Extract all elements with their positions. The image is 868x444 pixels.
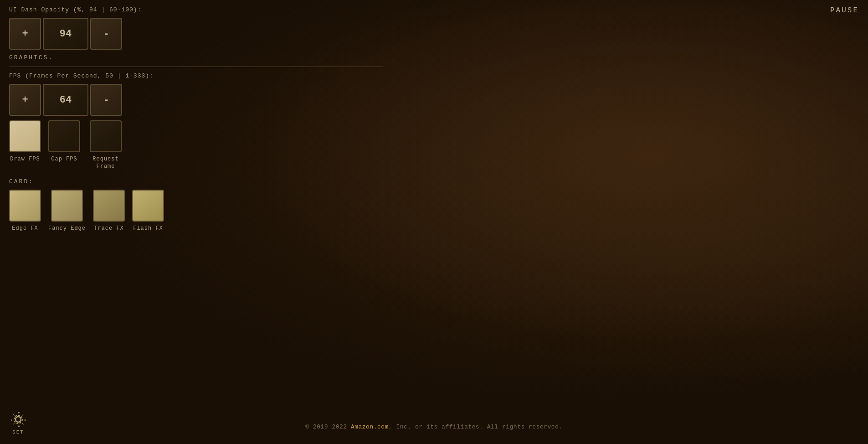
trace-fx-label: Trace FX xyxy=(94,225,124,232)
fps-checkboxes: Draw FPS Cap FPS Request Frame xyxy=(9,120,859,170)
card-options: Edge FX Fancy Edge Trace FX Flash FX xyxy=(9,190,859,232)
settings-label: SET xyxy=(12,429,24,435)
gear-icon xyxy=(9,410,27,429)
flash-fx-card[interactable] xyxy=(132,190,164,222)
trace-fx-card-item[interactable]: Trace FX xyxy=(93,190,125,232)
fps-value: 64 xyxy=(43,84,88,116)
footer: © 2019-2022 Amazon.com, Inc. or its affi… xyxy=(305,423,563,430)
svg-point-0 xyxy=(15,417,21,422)
footer-copyright: © 2019-2022 xyxy=(305,423,351,430)
card-section-title: CARD: xyxy=(9,178,859,185)
edge-fx-card[interactable] xyxy=(9,190,41,222)
cap-fps-checkbox[interactable] xyxy=(48,120,80,152)
request-frame-checkbox[interactable] xyxy=(90,120,122,152)
draw-fps-label: Draw FPS xyxy=(10,156,40,163)
cap-fps-label: Cap FPS xyxy=(51,156,77,163)
footer-suffix: , Inc. or its affiliates. All rights res… xyxy=(389,423,563,430)
edge-fx-card-item[interactable]: Edge FX xyxy=(9,190,41,232)
fancy-edge-card-item[interactable]: Fancy Edge xyxy=(48,190,86,232)
ui-dash-label: UI Dash Opacity (%, 94 | 60-100): xyxy=(9,6,859,13)
ui-dash-value: 94 xyxy=(43,18,88,50)
fps-label: FPS (Frames Per Second, 50 | 1-333): xyxy=(9,72,859,79)
graphics-divider xyxy=(9,67,383,67)
flash-fx-label: Flash FX xyxy=(133,225,163,232)
edge-fx-label: Edge FX xyxy=(12,225,38,232)
ui-dash-minus-button[interactable]: - xyxy=(90,18,122,50)
request-frame-label: Request Frame xyxy=(87,156,124,170)
ui-dash-plus-button[interactable]: + xyxy=(9,18,41,50)
draw-fps-checkbox-item[interactable]: Draw FPS xyxy=(9,120,41,163)
ui-dash-stepper: + 94 - xyxy=(9,18,859,50)
trace-fx-card[interactable] xyxy=(93,190,125,222)
fancy-edge-label: Fancy Edge xyxy=(48,225,86,232)
fps-minus-button[interactable]: - xyxy=(90,84,122,116)
flash-fx-card-item[interactable]: Flash FX xyxy=(132,190,164,232)
fancy-edge-card[interactable] xyxy=(51,190,83,222)
footer-link[interactable]: Amazon.com xyxy=(351,423,389,430)
graphics-section-title: GRAPHICS. xyxy=(9,54,859,61)
settings-button[interactable]: SET xyxy=(9,410,27,435)
request-frame-checkbox-item[interactable]: Request Frame xyxy=(87,120,124,170)
fps-stepper: + 64 - xyxy=(9,84,859,116)
draw-fps-checkbox[interactable] xyxy=(9,120,41,152)
fps-plus-button[interactable]: + xyxy=(9,84,41,116)
cap-fps-checkbox-item[interactable]: Cap FPS xyxy=(48,120,80,163)
